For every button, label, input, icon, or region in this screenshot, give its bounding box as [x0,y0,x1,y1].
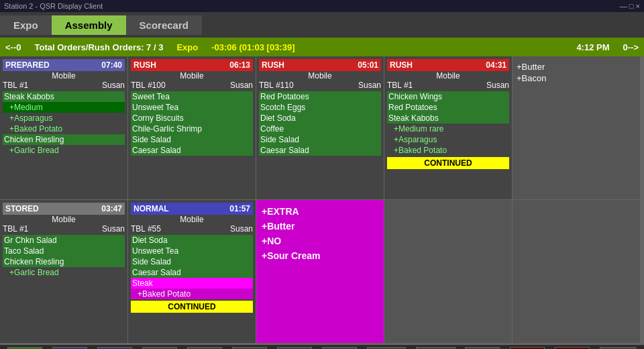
card2-mobile: Mobile [131,71,253,81]
card4-continued: CONTINUED [387,157,509,169]
list-item: +NO [260,235,380,247]
card3-status: RUSH [262,60,284,70]
card4-status: RUSH [390,60,413,70]
card5-time: 03:47 [101,204,122,213]
main-content: PREPARED 07:40 Mobile TBL #1Susan Steak … [0,56,644,345]
list-item: Unsweet Tea [131,246,253,256]
list-item: +Garlic Bread [3,267,125,278]
orders-count: Total Orders/Rush Orders: 7 / 3 [34,42,163,52]
card6-continued: CONTINUED [131,301,253,313]
card-stored[interactable]: STORED 03:47 Mobile TBL #1Susan Gr Chkn … [0,200,127,343]
list-item: Diet Soda [131,235,253,246]
list-item: +Baked Potato [131,289,253,299]
list-item: Caesar Salad [131,267,253,278]
card6-status: NORMAL [133,204,169,213]
list-item: +EXTRA [260,205,380,217]
list-item: Caesar Salad [259,145,381,156]
card-normal[interactable]: NORMAL 01:57 Mobile TBL #55Susan Diet So… [128,200,256,343]
list-item: +Baked Potato [387,145,509,156]
clock: 4:12 PM [576,42,609,52]
card6-tbl: TBL #55Susan [131,224,253,234]
list-item: +Butter [260,220,380,232]
list-item: Unsweet Tea [131,102,253,113]
right-items-panel: +Butter +Bacon [513,56,640,199]
card5-tbl: TBL #1Susan [3,224,125,234]
expo-label: Expo [176,42,198,52]
list-item: +Butter [517,62,636,72]
empty-card-1 [384,200,512,343]
nav-left: <--0 [5,42,21,52]
card4-time: 04:31 [486,60,506,70]
list-item: Side Salad [259,134,381,145]
tab-assembly[interactable]: Assembly [52,15,126,35]
list-item: Chicken Riesling [3,134,125,145]
card6-time: 01:57 [229,204,250,213]
card4-tbl: TBL #1Susan [387,81,509,90]
card1-tbl: TBL #1Susan [3,81,125,90]
tab-scorecard[interactable]: Scorecard [126,15,202,35]
nav-right: 0--> [623,42,639,52]
card3-tbl: TBL #110Susan [259,81,381,90]
card-rush-3[interactable]: RUSH 04:31 Mobile TBL #1Susan Chicken Wi… [384,56,512,199]
card6-mobile: Mobile [131,215,253,224]
card1-status: PREPARED [5,60,50,70]
list-item: Steak [131,278,253,289]
list-item: Scotch Eggs [259,102,381,113]
list-item: Steak Kabobs [387,113,509,123]
card-rush-1[interactable]: RUSH 06:13 Mobile TBL #100Susan Sweet Te… [128,56,256,199]
tabbar: Expo Assembly Scorecard [0,12,644,38]
card-magenta[interactable]: +EXTRA +Butter +NO +Sour Cream [256,200,384,343]
list-item: Chicken Wings [387,91,509,102]
list-item: Corny Biscuits [131,113,253,123]
statusbar: <--0 Total Orders/Rush Orders: 7 / 3 Exp… [0,38,644,56]
card1-mobile: Mobile [3,71,125,81]
list-item: +Asparagus [387,134,509,145]
tab-expo[interactable]: Expo [0,15,52,35]
list-item: Red Potatoes [387,102,509,113]
list-item: Side Salad [131,256,253,267]
card5-status: STORED [5,204,39,213]
list-item: Red Potatoes [259,91,381,102]
expo-timer: -03:06 (01:03 [03:39] [211,42,294,52]
list-item: Gr Chkn Salad [3,235,125,246]
toolbar: ✓ Bump ◀ Left ▶ Right 🏠 Home ⏭ End ↺ Rec… [0,345,644,349]
window-controls[interactable]: — □ × [620,2,640,10]
list-item: Chile-Garlic Shrimp [131,123,253,134]
list-item: Coffee [259,123,381,134]
list-item: +Garlic Bread [3,145,125,156]
list-item: Diet Soda [259,113,381,123]
card5-mobile: Mobile [3,215,125,224]
empty-card-2 [513,200,640,343]
card-rush-2[interactable]: RUSH 05:01 Mobile TBL #110Susan Red Pota… [256,56,384,199]
list-item: Caesar Salad [131,145,253,156]
list-item: +Asparagus [3,113,125,123]
card2-tbl: TBL #100Susan [131,81,253,90]
title-text: Station 2 - QSR Display Client [4,2,103,10]
list-item: Sweet Tea [131,91,253,102]
card3-mobile: Mobile [259,71,381,81]
list-item: +Bacon [517,73,636,83]
list-item: +Medium rare [387,123,509,134]
list-item: +Baked Potato [3,123,125,134]
list-item: +Sour Cream [260,250,380,262]
list-item: Taco Salad [3,246,125,256]
card2-time: 06:13 [229,60,250,70]
list-item: Chicken Riesling [3,256,125,267]
card3-time: 05:01 [358,60,378,70]
card4-mobile: Mobile [387,71,509,81]
card2-status: RUSH [133,60,156,70]
titlebar: Station 2 - QSR Display Client — □ × [0,0,644,12]
list-item: +Medium [3,102,125,113]
card1-time: 07:40 [101,60,122,70]
list-item: Side Salad [131,134,253,145]
card-prepared[interactable]: PREPARED 07:40 Mobile TBL #1Susan Steak … [0,56,127,199]
list-item: Steak Kabobs [3,91,125,102]
